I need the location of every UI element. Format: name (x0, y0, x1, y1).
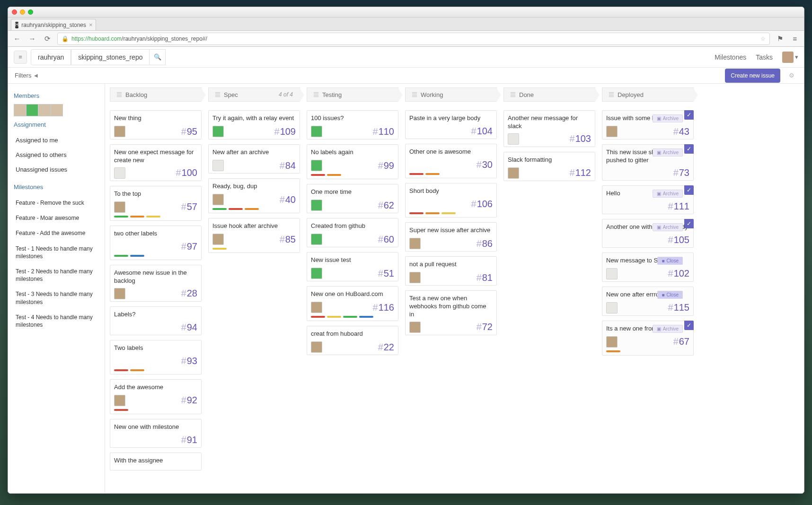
assignment-item[interactable]: Assigned to me (14, 133, 99, 148)
issue-card[interactable]: One more time#62 (307, 184, 398, 213)
milestone-item[interactable]: Feature - Moar awesome (14, 210, 99, 226)
column-header[interactable]: Spec4 of 4 (208, 87, 300, 102)
assignee-avatar[interactable] (114, 126, 125, 137)
issue-card[interactable]: New thing#95 (110, 110, 202, 139)
assignee-avatar[interactable] (212, 234, 224, 245)
milestone-item[interactable]: Feature - Add the awesome (14, 226, 99, 241)
drag-handle-icon[interactable] (609, 92, 614, 97)
issue-card[interactable]: Awesome new issue in the backlog#28 (110, 265, 202, 302)
nav-tasks[interactable]: Tasks (756, 53, 773, 61)
issue-card[interactable]: Labels?#94 (110, 306, 202, 335)
extensions-icon[interactable]: ⚑ (775, 34, 785, 44)
milestone-item[interactable]: Test - 3 Needs to handle many milestones (14, 287, 99, 309)
minimize-window-icon[interactable] (20, 9, 25, 15)
issue-card[interactable]: Other one is awesome#30 (405, 144, 497, 178)
issue-card[interactable]: Another one with a large body✓▣Archive#1… (602, 219, 694, 248)
issue-card[interactable]: New issue test#51 (307, 252, 398, 281)
column-header[interactable]: Done (503, 87, 595, 102)
nav-milestones[interactable]: Milestones (715, 53, 746, 61)
issue-card[interactable]: Issue with some labels✓▣Archive#43 (602, 110, 694, 139)
assignment-item[interactable]: Assigned to others (14, 148, 99, 162)
assignment-item[interactable]: Unassigned issues (14, 162, 99, 177)
crumb-user[interactable]: rauhryan (31, 49, 71, 65)
back-button[interactable]: ← (12, 34, 22, 44)
issue-card[interactable]: To the top#57 (110, 186, 202, 221)
issue-card[interactable]: New one on HuBoard.com#116 (307, 286, 398, 321)
issue-card[interactable]: 100 issues?#110 (307, 110, 398, 139)
issue-card[interactable]: No labels again#99 (307, 144, 398, 179)
column-header[interactable]: Working (405, 87, 497, 102)
crumb-repo[interactable]: skipping_stones_repo (71, 49, 150, 65)
issue-card[interactable]: Short body#106 (405, 183, 497, 218)
issue-card[interactable]: Try it again, with a relay event#109 (208, 110, 300, 139)
milestone-item[interactable]: Test - 2 Needs to handle many milestones (14, 264, 99, 287)
member-avatar[interactable] (26, 104, 38, 116)
assignee-avatar[interactable] (409, 238, 421, 249)
issue-card[interactable]: Paste in a very large body#104 (405, 110, 497, 139)
assignee-avatar[interactable] (606, 336, 618, 348)
url-bar[interactable]: 🔒 https://huboard.com /rauhryan/skipping… (57, 33, 770, 45)
browser-tab[interactable]: H rauhryan/skipping_stones × (11, 19, 96, 30)
column-header[interactable]: Backlog (110, 87, 202, 102)
close-pill[interactable]: ■Close (657, 291, 683, 299)
milestone-item[interactable]: Test - 4 Needs to handle many milestones (14, 310, 99, 332)
assignee-avatar[interactable] (311, 126, 322, 137)
assignee-avatar[interactable] (114, 288, 125, 299)
assignee-avatar[interactable] (212, 194, 224, 205)
assignee-avatar[interactable] (606, 126, 618, 137)
create-issue-button[interactable]: Create new issue (725, 69, 780, 83)
search-button[interactable]: 🔍 (150, 49, 166, 65)
issue-card[interactable]: New one expect message for create new#10… (110, 144, 202, 181)
archive-pill[interactable]: ▣Archive (653, 114, 683, 122)
sidebar-toggle[interactable]: ≡ (14, 51, 27, 64)
drag-handle-icon[interactable] (314, 92, 318, 97)
archive-pill[interactable]: ▣Archive (653, 190, 683, 198)
issue-card[interactable]: Hello✓▣Archive#111 (602, 185, 694, 214)
issue-card[interactable]: Add the awesome#92 (110, 379, 202, 414)
assignee-avatar[interactable] (311, 234, 322, 245)
issue-card[interactable]: creat from huboard#22 (307, 326, 398, 355)
issue-card[interactable]: This new issue should be pushed to gitte… (602, 144, 694, 181)
close-pill[interactable]: ■Close (657, 257, 683, 265)
assignee-avatar[interactable] (311, 268, 322, 279)
archive-pill[interactable]: ▣Archive (653, 223, 683, 231)
assignee-avatar[interactable] (311, 302, 322, 313)
assignee-avatar[interactable] (606, 302, 618, 313)
settings-icon[interactable]: ⚙ (786, 70, 797, 81)
issue-card[interactable]: Slack formatting#112 (503, 152, 595, 181)
column-header[interactable]: Deployed (602, 87, 694, 102)
board[interactable]: BacklogNew thing#95New one expect messag… (105, 84, 804, 494)
assignee-avatar[interactable] (606, 268, 618, 279)
close-window-icon[interactable] (12, 9, 17, 15)
assignee-avatar[interactable] (508, 167, 519, 179)
issue-card[interactable]: not a pull request#81 (405, 256, 497, 286)
bookmark-icon[interactable]: ☆ (760, 35, 766, 42)
close-tab-icon[interactable]: × (89, 21, 93, 28)
issue-card[interactable]: Super new issue after archive#86 (405, 222, 497, 252)
issue-card[interactable]: Issue hook after archive#85 (208, 218, 300, 253)
issue-card[interactable]: New after an archive#84 (208, 144, 300, 174)
assignee-avatar[interactable] (409, 322, 421, 333)
member-avatar[interactable] (51, 104, 63, 116)
browser-menu-icon[interactable]: ≡ (790, 34, 800, 44)
assignee-avatar[interactable] (409, 272, 421, 283)
issue-card[interactable]: Test a new one when webhooks from github… (405, 290, 497, 335)
forward-button[interactable]: → (27, 34, 37, 44)
column-header[interactable]: Testing (307, 87, 398, 102)
issue-card[interactable]: New one with milestone#91 (110, 419, 202, 448)
zoom-window-icon[interactable] (28, 9, 33, 15)
issue-card[interactable]: With the assignee (110, 453, 202, 470)
issue-card[interactable]: Two labels#93 (110, 340, 202, 374)
archive-pill[interactable]: ▣Archive (653, 325, 683, 333)
drag-handle-icon[interactable] (511, 92, 515, 97)
member-avatar[interactable] (14, 104, 26, 116)
milestone-item[interactable]: Test - 1 Needs to handle many milestones (14, 241, 99, 264)
assignee-avatar[interactable] (212, 160, 224, 171)
assignee-avatar[interactable] (311, 200, 322, 211)
archive-pill[interactable]: ▣Archive (653, 148, 683, 157)
assignee-avatar[interactable] (508, 133, 519, 145)
drag-handle-icon[interactable] (117, 92, 122, 97)
user-menu-caret-icon[interactable]: ▾ (795, 53, 798, 61)
issue-card[interactable]: Its a new one from huboard✓▣Archive#67 (602, 321, 694, 356)
user-avatar[interactable] (782, 52, 794, 63)
